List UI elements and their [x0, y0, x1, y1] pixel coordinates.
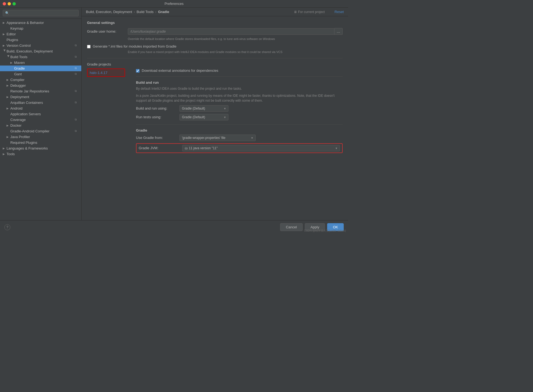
- gradle-user-home-input[interactable]: [128, 28, 334, 35]
- arrow-icon: ▶: [7, 84, 10, 87]
- breadcrumb-sep-1: ›: [134, 10, 135, 14]
- run-tests-select-wrapper: Gradle (Default) ▼: [179, 114, 228, 120]
- sidebar-item-java-profiler[interactable]: ▶ Java Profiler: [0, 134, 81, 140]
- search-box: [0, 8, 81, 19]
- sidebar-item-label: Appearance & Behavior: [7, 21, 79, 25]
- sidebar-item-remote-jar[interactable]: Remote Jar Repositories ⧉: [0, 88, 81, 94]
- build-run-desc-1: By default IntelliJ IDEA uses Gradle to …: [136, 86, 343, 91]
- copy-icon: ⧉: [75, 55, 79, 59]
- download-external-label: Download external annotations for depend…: [142, 69, 218, 73]
- copy-icon: ⧉: [75, 101, 79, 105]
- gradle-user-home-row: Gradle user home: …: [87, 28, 343, 35]
- arrow-icon: ▶: [3, 153, 7, 155]
- sidebar-item-keymap[interactable]: Keymap: [0, 26, 81, 31]
- run-tests-row: Run tests using: Gradle (Default) ▼: [136, 114, 343, 120]
- sidebar-item-required-plugins[interactable]: Required Plugins: [0, 140, 81, 145]
- run-tests-select[interactable]: Gradle (Default): [179, 114, 228, 120]
- generate-iml-label: Generate *.iml files for modules importe…: [93, 44, 176, 48]
- sidebar-item-build-exec[interactable]: ▶ Build, Execution, Deployment: [0, 48, 81, 54]
- copy-icon: ⧉: [75, 44, 79, 48]
- sidebar-content: ▶ Appearance & Behavior Keymap ▶ Editor …: [0, 19, 81, 220]
- breadcrumb-current: Gradle: [158, 10, 169, 14]
- sidebar-item-version-control[interactable]: ▶ Version Control ⧉: [0, 43, 81, 48]
- build-run-using-row: Build and run using: Gradle (Default) ▼: [136, 105, 343, 112]
- gradle-project-item[interactable]: halo-1.4.17: [87, 69, 125, 77]
- arrow-expanded-icon: ▶: [7, 55, 10, 59]
- sidebar-item-tools[interactable]: ▶ Tools: [0, 151, 81, 157]
- build-run-using-label: Build and run using:: [136, 106, 179, 110]
- gradle-user-home-label: Gradle user home:: [87, 29, 128, 33]
- sidebar-item-label: Debugger: [10, 83, 79, 88]
- content-header: Build, Execution, Deployment › Build Too…: [82, 8, 348, 16]
- copy-icon: ⧉: [75, 118, 79, 122]
- sidebar-item-label: Arquillian Containers: [10, 101, 75, 105]
- reset-button[interactable]: Reset: [334, 10, 344, 14]
- copy-icon: ⧉: [75, 67, 79, 70]
- sidebar-item-appearance[interactable]: ▶ Appearance & Behavior: [0, 20, 81, 26]
- arrow-icon: ▶: [3, 44, 7, 47]
- gradle-user-home-browse-button[interactable]: …: [334, 28, 343, 35]
- sidebar-item-build-tools[interactable]: ▶ Build Tools ⧉: [0, 54, 81, 60]
- gradle-jvm-select-wrapper: 🗂 11 java version "11" ▼: [182, 145, 340, 151]
- use-gradle-from-select[interactable]: 'gradle-wrapper.properties' file: [179, 135, 256, 141]
- sidebar-item-label: Android: [10, 106, 79, 110]
- sidebar-item-label: Deployment: [10, 95, 79, 99]
- search-input[interactable]: [3, 10, 79, 16]
- divider-2: [136, 76, 343, 77]
- sidebar-item-label: Coverage: [10, 118, 75, 122]
- sidebar-item-label: Application Servers: [10, 112, 79, 116]
- sidebar-item-label: Remote Jar Repositories: [10, 89, 75, 93]
- sidebar-item-docker[interactable]: ▶ Docker: [0, 123, 81, 128]
- sidebar-item-arquillian[interactable]: Arquillian Containers ⧉: [0, 100, 81, 105]
- minimize-button[interactable]: [8, 2, 11, 5]
- generate-iml-row: Generate *.iml files for modules importe…: [87, 44, 343, 48]
- help-button[interactable]: ?: [4, 224, 10, 230]
- sidebar-item-label: Languages & Frameworks: [7, 146, 79, 150]
- bottom-bar: ? Cancel Apply OK: [0, 220, 348, 234]
- sidebar-item-label: Version Control: [7, 43, 75, 48]
- sidebar-item-maven[interactable]: ▶ Maven: [0, 60, 81, 66]
- sidebar-item-label: Editor: [7, 32, 79, 36]
- use-gradle-from-select-wrapper: 'gradle-wrapper.properties' file ▼: [179, 135, 256, 141]
- arrow-icon: ▶: [7, 95, 10, 98]
- run-tests-label: Run tests using:: [136, 115, 179, 119]
- maximize-button[interactable]: [13, 2, 16, 5]
- watermark: CSDN @程序员大宝(coder-dabao): [304, 229, 346, 233]
- build-run-using-select-wrapper: Gradle (Default) ▼: [179, 105, 228, 112]
- general-settings-title: General settings: [87, 21, 343, 25]
- sidebar-item-debugger[interactable]: ▶ Debugger: [0, 83, 81, 88]
- copy-icon: ⧉: [75, 72, 79, 76]
- arrow-icon: ▶: [3, 21, 7, 24]
- gradle-user-home-hint: Override the default location where Grad…: [128, 37, 343, 41]
- close-button[interactable]: [3, 2, 6, 5]
- gradle-jvm-select[interactable]: 🗂 11 java version "11": [182, 145, 340, 151]
- sidebar-item-label: Gradle: [14, 66, 75, 70]
- generate-iml-checkbox[interactable]: [87, 45, 91, 48]
- build-run-using-select[interactable]: Gradle (Default): [179, 105, 228, 112]
- sidebar-item-plugins[interactable]: Plugins: [0, 37, 81, 43]
- sidebar-item-gradle-android[interactable]: Gradle-Android Compiler ⧉: [0, 128, 81, 134]
- sidebar-item-languages[interactable]: ▶ Languages & Frameworks: [0, 145, 81, 151]
- sidebar-item-label: Build, Execution, Deployment: [7, 49, 79, 53]
- breadcrumb: Build, Execution, Deployment › Build Too…: [86, 10, 169, 14]
- sidebar-item-label: Maven: [14, 61, 79, 65]
- sidebar-item-app-servers[interactable]: Application Servers: [0, 111, 81, 117]
- for-project-label: For current project: [298, 10, 325, 14]
- divider-1: [87, 58, 343, 58]
- sidebar-item-label: Build Tools: [10, 55, 75, 59]
- sidebar-item-label: Gant: [14, 72, 75, 76]
- arrow-icon: ▶: [7, 135, 10, 138]
- sidebar-item-gant[interactable]: Gant ⧉: [0, 71, 81, 77]
- sidebar-item-gradle[interactable]: Gradle ⧉: [0, 66, 81, 71]
- sidebar-item-deployment[interactable]: ▶ Deployment: [0, 94, 81, 100]
- sidebar-item-label: Docker: [10, 123, 79, 127]
- sidebar-item-android[interactable]: ▶ Android: [0, 105, 81, 111]
- sidebar-item-compiler[interactable]: ▶ Compiler: [0, 77, 81, 83]
- arrow-icon: ▶: [3, 147, 7, 150]
- sidebar-item-editor[interactable]: ▶ Editor: [0, 31, 81, 37]
- sidebar-item-coverage[interactable]: Coverage ⧉: [0, 117, 81, 123]
- breadcrumb-part-1: Build, Execution, Deployment: [86, 10, 132, 14]
- download-external-checkbox[interactable]: [136, 69, 140, 73]
- window-title: Preferences: [165, 2, 184, 6]
- cancel-button[interactable]: Cancel: [280, 223, 302, 231]
